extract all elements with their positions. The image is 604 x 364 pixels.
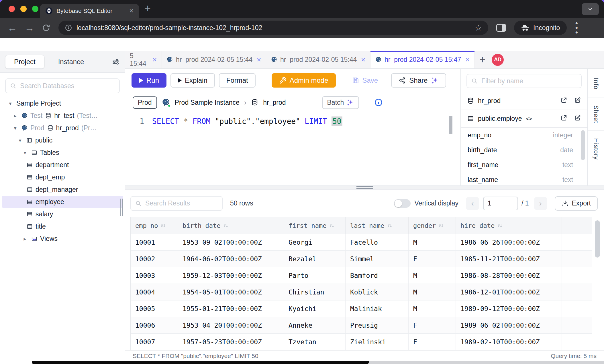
format-button[interactable]: Format <box>219 73 256 88</box>
url-text[interactable]: localhost:8080/sql-editor/prod-sample-in… <box>77 24 470 32</box>
vertical-display-toggle[interactable] <box>394 199 411 208</box>
next-page-icon[interactable]: › <box>534 197 547 210</box>
panel-divider[interactable] <box>125 185 604 190</box>
table-row[interactable]: 100041954-05-01T00:00:00ZChirstianKoblic… <box>131 284 592 300</box>
sort-icon[interactable] <box>387 223 393 228</box>
info-icon[interactable] <box>374 98 383 107</box>
sort-icon[interactable] <box>161 223 166 228</box>
table-row[interactable]: 100031959-12-03T00:00:00ZPartoBamfordM19… <box>131 267 592 284</box>
export-button[interactable]: Export <box>555 196 598 211</box>
panel-scrollbar[interactable] <box>581 130 585 160</box>
table-row[interactable]: 100061953-04-20T00:00:00ZAnnekePreusigF1… <box>131 317 592 333</box>
table-row[interactable]: 100071957-05-23T00:00:00ZTzvetanZielinsk… <box>131 333 592 350</box>
tree-item[interactable]: ▾public <box>2 134 123 147</box>
explain-button[interactable]: Explain <box>170 73 215 88</box>
editor-tab[interactable]: hr_prod 2024-02-05 15:47✕ <box>370 51 475 68</box>
address-bar[interactable]: localhost:8080/sql-editor/prod-sample-in… <box>58 21 488 35</box>
column-header[interactable]: gender <box>409 217 456 234</box>
column-header[interactable]: birth_date <box>178 217 284 234</box>
column-row[interactable]: first_nametext <box>461 157 587 172</box>
close-window-button[interactable] <box>9 6 15 12</box>
tree-item[interactable]: department <box>2 159 123 171</box>
table-row[interactable]: 100051955-01-21T00:00:00ZKyoichiMaliniak… <box>131 300 592 317</box>
editor-tab[interactable]: hr_prod 2024-02-05 15:44✕ <box>266 51 370 68</box>
new-sheet-icon[interactable]: + <box>475 51 490 68</box>
new-browser-tab-icon[interactable]: + <box>145 2 151 14</box>
external-link-icon[interactable] <box>560 114 567 123</box>
caret-down-icon[interactable]: ▾ <box>7 100 14 107</box>
column-row[interactable]: birth_datedate <box>461 143 587 157</box>
table-row[interactable]: 100011953-09-02T00:00:00ZGeorgiFacelloM1… <box>131 234 592 250</box>
side-panel-icon[interactable] <box>496 24 506 32</box>
forward-icon[interactable]: → <box>25 23 34 33</box>
admin-mode-button[interactable]: Admin mode <box>272 73 336 88</box>
browser-tab[interactable]: Bytebase SQL Editor ✕ <box>40 4 139 18</box>
page-input[interactable] <box>483 197 518 210</box>
column-header[interactable]: first_name <box>284 217 346 234</box>
close-tab-icon[interactable]: ✕ <box>152 56 157 63</box>
share-button[interactable]: Share <box>391 73 446 88</box>
results-search[interactable] <box>130 196 223 211</box>
editor-scrollbar[interactable] <box>449 116 452 134</box>
edit-icon[interactable] <box>574 114 581 123</box>
close-tab-icon[interactable]: ✕ <box>465 56 470 63</box>
database-search[interactable] <box>5 78 120 93</box>
sql-editor[interactable]: 1 SELECT * FROM "public"."employee" LIMI… <box>125 113 460 185</box>
tree-item[interactable]: salary <box>2 208 123 220</box>
tree-item[interactable]: ▾Tables <box>2 147 123 159</box>
column-header[interactable]: last_name <box>346 217 409 234</box>
close-browser-tab-icon[interactable]: ✕ <box>129 7 134 14</box>
sort-icon[interactable] <box>439 223 444 228</box>
caret-down-icon[interactable]: ▾ <box>17 137 23 144</box>
tree-item[interactable]: employee <box>2 196 123 208</box>
sort-icon[interactable] <box>329 223 335 228</box>
tab-info[interactable]: Info <box>588 73 604 95</box>
panel-database-row[interactable]: hr_prod <box>461 92 587 110</box>
caret-down-icon[interactable]: ▾ <box>12 125 19 131</box>
tree-item[interactable]: title <box>2 220 123 233</box>
editor-tab[interactable]: hr_prod 2024-02-05 15:44✕ <box>162 51 266 68</box>
schema-filter[interactable] <box>466 74 582 88</box>
tree-item[interactable]: ▸Views <box>2 233 123 245</box>
tab-history[interactable]: History <box>588 131 604 167</box>
database-name[interactable]: hr_prod <box>263 99 286 106</box>
table-row[interactable]: 100021964-06-02T00:00:00ZBezalelSimmelF1… <box>131 250 592 267</box>
tree-item[interactable]: dept_manager <box>2 183 123 196</box>
results-search-input[interactable] <box>145 199 218 207</box>
tab-instance[interactable]: Instance <box>58 58 84 66</box>
batch-button[interactable]: Batch <box>322 96 359 109</box>
tree-item[interactable]: ▾Prodhr_prod(Pr… <box>2 122 123 134</box>
window-controls[interactable] <box>9 6 38 12</box>
caret-right-icon[interactable]: ▸ <box>21 236 28 242</box>
tree-item[interactable]: ▾Sample Project <box>2 97 123 110</box>
back-icon[interactable]: ← <box>7 23 17 33</box>
tree-item[interactable]: dept_emp <box>2 171 123 183</box>
column-header[interactable]: hire_date <box>456 217 562 234</box>
caret-down-icon[interactable]: ▾ <box>21 150 28 156</box>
browser-menu-icon[interactable]: ••• <box>574 21 579 35</box>
results-scrollbar[interactable] <box>595 220 600 258</box>
edit-icon[interactable] <box>574 97 581 105</box>
editor-tab[interactable]: 5 15:44✕ <box>125 51 162 68</box>
tree-item[interactable]: ▸Testhr_test(Test… <box>2 110 123 122</box>
close-tab-icon[interactable]: ✕ <box>361 56 366 63</box>
bookmark-star-icon[interactable]: ☆ <box>475 23 482 33</box>
save-button[interactable]: Save <box>347 73 383 88</box>
external-link-icon[interactable] <box>560 97 567 105</box>
schema-filter-input[interactable] <box>481 77 577 85</box>
reload-icon[interactable] <box>42 23 50 32</box>
run-button[interactable]: Run <box>132 73 166 88</box>
sort-icon[interactable] <box>223 223 229 228</box>
column-row[interactable]: emp_nointeger <box>461 128 587 143</box>
tab-project[interactable]: Project <box>5 55 44 69</box>
zoom-window-button[interactable] <box>32 6 38 12</box>
tab-sheet[interactable]: Sheet <box>588 98 604 131</box>
site-info-icon[interactable] <box>65 24 72 31</box>
column-header[interactable]: emp_no <box>131 217 178 234</box>
drag-handle-icon[interactable] <box>356 186 373 189</box>
code-icon[interactable]: <> <box>525 115 532 122</box>
minimize-window-button[interactable] <box>20 6 27 12</box>
caret-right-icon[interactable]: ▸ <box>12 113 19 119</box>
user-avatar[interactable]: AD <box>492 54 504 66</box>
close-tab-icon[interactable]: ✕ <box>256 56 261 63</box>
